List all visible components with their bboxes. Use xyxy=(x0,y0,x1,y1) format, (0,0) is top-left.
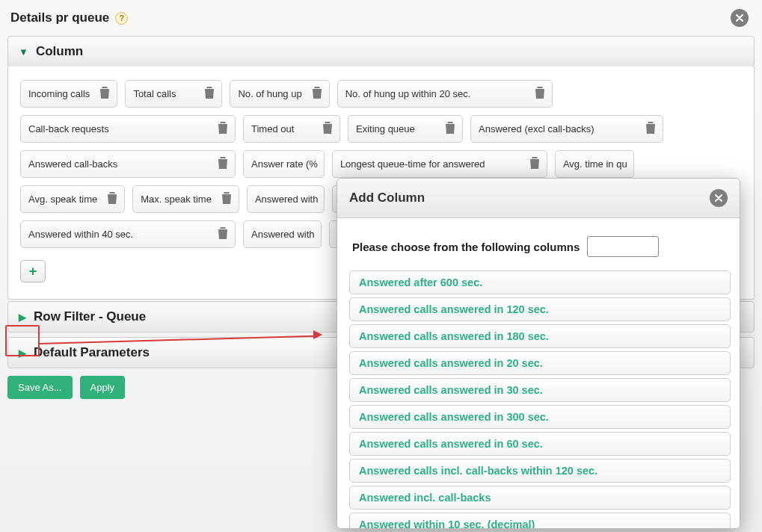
column-chip[interactable]: Longest queue-time for answered xyxy=(332,150,547,178)
choose-row: Please choose from the following columns xyxy=(352,236,728,257)
page-title: Details pr queue xyxy=(10,10,109,25)
column-chip[interactable]: Answered with xyxy=(243,220,322,248)
column-option[interactable]: Answered calls answered in 30 sec. xyxy=(349,378,731,402)
trash-icon[interactable] xyxy=(322,121,334,137)
column-option[interactable]: Answered calls answered in 300 sec. xyxy=(349,405,731,429)
chevron-down-icon: ▼ xyxy=(19,46,28,58)
modal-header: Add Column xyxy=(337,179,740,218)
plus-icon: + xyxy=(29,265,37,278)
chip-label: Max. speak time xyxy=(141,194,212,205)
close-button[interactable] xyxy=(731,9,749,27)
choose-label: Please choose from the following columns xyxy=(352,241,580,253)
chip-label: No. of hung up within 20 sec. xyxy=(345,88,471,99)
trash-icon[interactable] xyxy=(203,86,215,102)
column-option[interactable]: Answered after 600 sec. xyxy=(349,270,731,294)
section-title: Column xyxy=(36,44,83,59)
section-title: Row Filter - Queue xyxy=(34,309,146,324)
save-as-button[interactable]: Save As... xyxy=(7,376,73,399)
help-icon[interactable]: ? xyxy=(115,12,128,25)
column-chip[interactable]: Total calls xyxy=(125,80,222,108)
column-chip[interactable]: Call-back requests xyxy=(20,115,236,143)
chip-label: Call-back requests xyxy=(28,123,109,134)
trash-icon[interactable] xyxy=(645,121,657,137)
trash-icon[interactable] xyxy=(221,191,233,207)
column-search-input[interactable] xyxy=(587,236,659,257)
trash-icon[interactable] xyxy=(217,121,229,137)
add-column-modal: Add Column Please choose from the follow… xyxy=(337,178,740,529)
add-column-button[interactable]: + xyxy=(20,260,46,282)
trash-icon[interactable] xyxy=(217,156,229,172)
chip-label: Total calls xyxy=(133,88,176,99)
modal-body: Please choose from the following columns… xyxy=(337,218,740,528)
column-chip[interactable]: Answered within 40 sec. xyxy=(20,220,236,248)
column-chip[interactable]: Incoming calls xyxy=(20,80,117,108)
chip-label: Avg. time in qu xyxy=(563,158,627,170)
column-chip[interactable]: Timed out xyxy=(243,115,340,143)
column-chip[interactable]: Answered (excl call-backs) xyxy=(470,115,663,143)
column-chip[interactable]: No. of hung up xyxy=(230,80,329,108)
column-chip[interactable]: Avg. time in qu xyxy=(555,150,634,178)
chip-label: Answered with xyxy=(251,229,315,240)
apply-button[interactable]: Apply xyxy=(80,376,126,399)
trash-icon[interactable] xyxy=(444,121,456,137)
column-chip[interactable]: Exiting queue xyxy=(348,115,463,143)
section-header-column[interactable]: ▼ Column xyxy=(7,36,755,67)
column-option[interactable]: Answered calls answered in 20 sec. xyxy=(349,351,731,375)
chip-label: Answered (excl call-backs) xyxy=(479,123,594,134)
column-option[interactable]: Answered within 10 sec. (decimal) xyxy=(349,513,731,528)
trash-icon[interactable] xyxy=(106,191,118,207)
column-chip[interactable]: Answer rate (% xyxy=(243,150,325,178)
chip-label: Avg. speak time xyxy=(28,194,97,205)
chip-label: Answer rate (% xyxy=(251,158,318,170)
column-chip[interactable]: Answered call-backs xyxy=(20,150,236,178)
column-chip[interactable]: No. of hung up within 20 sec. xyxy=(337,80,553,108)
column-option[interactable]: Answered calls answered in 120 sec. xyxy=(349,297,731,321)
section-title: Default Parameters xyxy=(34,345,150,360)
trash-icon[interactable] xyxy=(217,226,229,242)
title-bar: Details pr queue ? xyxy=(7,6,755,34)
column-option[interactable]: Answered calls answered in 180 sec. xyxy=(349,324,731,348)
column-option[interactable]: Answered calls incl. call-backs within 1… xyxy=(349,459,731,483)
modal-close-button[interactable] xyxy=(710,189,728,207)
chevron-right-icon: ▶ xyxy=(19,347,26,359)
chip-label: Longest queue-time for answered xyxy=(340,158,485,170)
chip-label: No. of hung up xyxy=(238,88,301,99)
column-chip[interactable]: Max. speak time xyxy=(132,185,239,213)
trash-icon[interactable] xyxy=(529,156,541,172)
chip-label: Answered call-backs xyxy=(28,158,117,170)
chip-label: Answered with xyxy=(255,194,319,205)
trash-icon[interactable] xyxy=(534,86,546,102)
column-option[interactable]: Answered incl. call-backs xyxy=(349,486,731,510)
chip-label: Timed out xyxy=(251,123,294,134)
trash-icon[interactable] xyxy=(311,86,323,102)
chip-label: Answered within 40 sec. xyxy=(28,229,133,240)
column-chip[interactable]: Answered with xyxy=(247,185,325,213)
column-option[interactable]: Answered calls answered in 60 sec. xyxy=(349,432,731,456)
chip-label: Incoming calls xyxy=(28,88,90,99)
modal-title: Add Column xyxy=(349,191,425,205)
chip-label: Exiting queue xyxy=(356,123,415,134)
trash-icon[interactable] xyxy=(99,86,111,102)
column-chip[interactable]: Avg. speak time xyxy=(20,185,125,213)
chevron-right-icon: ▶ xyxy=(19,312,26,323)
